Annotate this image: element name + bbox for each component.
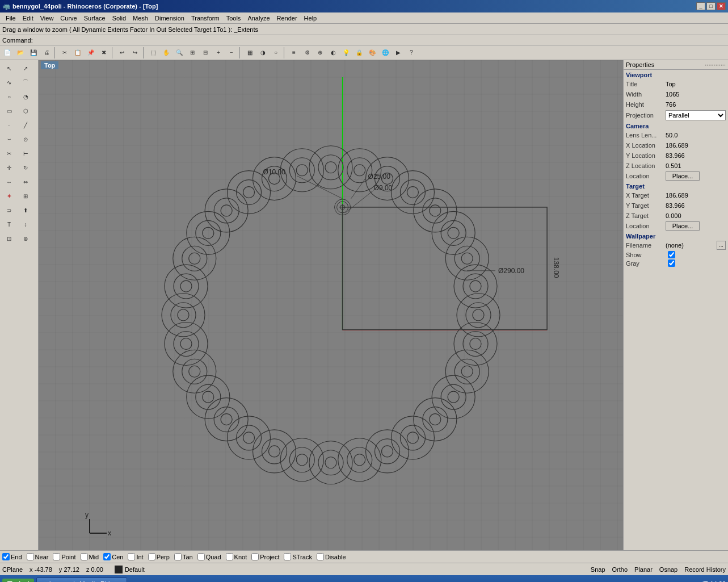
strack-checkbox[interactable] xyxy=(284,553,291,560)
minimize-btn[interactable]: _ xyxy=(696,2,705,10)
menu-transform[interactable]: Transform xyxy=(188,14,223,23)
menu-dimension[interactable]: Dimension xyxy=(152,14,188,23)
menu-tools[interactable]: Tools xyxy=(223,14,245,23)
menu-file[interactable]: File xyxy=(2,14,19,23)
start-button[interactable]: ⊞ start xyxy=(2,579,34,582)
shade-btn[interactable]: ◑ xyxy=(256,47,269,59)
cen-checkbox[interactable] xyxy=(103,553,111,560)
select-tool[interactable]: ↖ xyxy=(1,61,17,75)
rhinoceros-taskbtn[interactable]: 🦏 bennygol_44poli - Rhi... xyxy=(36,577,127,582)
menu-curve[interactable]: Curve xyxy=(57,14,80,23)
filename-browse-btn[interactable]: ... xyxy=(717,241,726,250)
perp-checkbox[interactable] xyxy=(148,553,155,560)
text-tool[interactable]: T xyxy=(1,217,17,231)
tgt-place-btn[interactable]: Place... xyxy=(666,221,700,231)
menu-solid[interactable]: Solid xyxy=(109,14,129,23)
osnap-mode[interactable]: Osnap xyxy=(659,566,677,573)
select2-tool[interactable]: ↗ xyxy=(18,61,33,75)
menu-help[interactable]: Help xyxy=(301,14,321,23)
maximize-btn[interactable]: □ xyxy=(706,2,716,10)
projection-select[interactable]: Parallel Perspective xyxy=(666,110,726,120)
loc-place-btn[interactable]: Place... xyxy=(666,171,700,181)
zoom-window-btn[interactable]: ⊞ xyxy=(186,47,199,59)
point-tool[interactable]: · xyxy=(1,118,17,132)
quad-checkbox[interactable] xyxy=(197,553,205,560)
snap-mode[interactable]: Snap xyxy=(591,566,605,573)
array-tool[interactable]: ✦ xyxy=(1,189,17,203)
paste-btn[interactable]: 📌 xyxy=(85,47,97,59)
delete-btn[interactable]: ✖ xyxy=(98,47,110,59)
circle-tool[interactable]: ○ xyxy=(1,90,17,103)
join-tool[interactable]: ⊃ xyxy=(1,203,17,217)
scale-tool[interactable]: ↔ xyxy=(1,175,17,189)
move-tool[interactable]: ✛ xyxy=(1,161,17,174)
pan-btn[interactable]: ✋ xyxy=(160,47,172,59)
copy-btn[interactable]: 📋 xyxy=(71,47,84,59)
arc-tool[interactable]: ◔ xyxy=(18,90,33,103)
lock-btn[interactable]: 🔒 xyxy=(353,47,365,59)
dim-tool[interactable]: ↕ xyxy=(18,217,33,231)
end-checkbox[interactable] xyxy=(2,553,10,560)
view-tool[interactable]: ⊡ xyxy=(1,232,17,245)
rect-tool[interactable]: ▭ xyxy=(1,104,17,118)
cut-btn[interactable]: ✂ xyxy=(58,47,71,59)
menu-surface[interactable]: Surface xyxy=(81,14,109,23)
poly-tool[interactable]: ⬡ xyxy=(18,104,33,118)
light-btn[interactable]: 💡 xyxy=(340,47,352,59)
disable-checkbox[interactable] xyxy=(317,553,324,560)
show-checkbox[interactable] xyxy=(668,251,675,258)
save-btn[interactable]: 💾 xyxy=(27,47,40,59)
rotate-tool[interactable]: ↻ xyxy=(18,161,33,174)
int-checkbox[interactable] xyxy=(128,553,135,560)
anim-btn[interactable]: ▶ xyxy=(392,47,405,59)
menu-view[interactable]: View xyxy=(37,14,57,23)
menu-mesh[interactable]: Mesh xyxy=(129,14,152,23)
wire-btn[interactable]: ○ xyxy=(270,47,282,59)
print-btn[interactable]: 🖨 xyxy=(40,47,53,59)
open-btn[interactable]: 📂 xyxy=(14,47,27,59)
tan-checkbox[interactable] xyxy=(174,553,182,560)
viewport[interactable]: Top xyxy=(39,60,623,550)
curve2-tool[interactable]: ⌒ xyxy=(18,76,33,89)
menu-render[interactable]: Render xyxy=(273,14,301,23)
record-mode[interactable]: Record History xyxy=(684,566,726,573)
planar-mode[interactable]: Planar xyxy=(634,566,653,573)
select-btn[interactable]: ⬚ xyxy=(147,47,159,59)
undo-btn[interactable]: ↩ xyxy=(116,47,128,59)
group-tool[interactable]: ⊞ xyxy=(18,189,33,203)
snap-btn[interactable]: ⊕ xyxy=(314,47,326,59)
render-btn[interactable]: ◐ xyxy=(327,47,339,59)
help-btn[interactable]: ? xyxy=(405,47,418,59)
curve-tool[interactable]: ∿ xyxy=(1,76,17,89)
gray-checkbox[interactable] xyxy=(668,259,675,267)
offset-tool[interactable]: ⊙ xyxy=(18,132,33,146)
trim-tool[interactable]: ✂ xyxy=(1,146,17,160)
mirror-tool[interactable]: ⇔ xyxy=(18,175,33,189)
zoom-out-btn[interactable]: − xyxy=(225,47,238,59)
zoom-extents-btn[interactable]: ⊟ xyxy=(199,47,212,59)
line-tool[interactable]: ╱ xyxy=(18,118,33,132)
ortho-mode[interactable]: Ortho xyxy=(612,566,628,573)
zoom-btn[interactable]: 🔍 xyxy=(173,47,186,59)
near-checkbox[interactable] xyxy=(27,553,34,560)
menu-analyze[interactable]: Analyze xyxy=(244,14,273,23)
layer-btn[interactable]: ≡ xyxy=(288,47,300,59)
split-tool[interactable]: ⊢ xyxy=(18,146,33,160)
command-input[interactable] xyxy=(33,37,726,44)
menu-edit[interactable]: Edit xyxy=(19,14,37,23)
fillet-tool[interactable]: ⌣ xyxy=(1,132,17,146)
prop-btn[interactable]: ⚙ xyxy=(301,47,313,59)
project-checkbox[interactable] xyxy=(251,553,259,560)
extrude-tool[interactable]: ⬆ xyxy=(18,203,33,217)
redo-btn[interactable]: ↪ xyxy=(129,47,141,59)
close-btn[interactable]: ✕ xyxy=(717,2,726,10)
env-btn[interactable]: 🌐 xyxy=(379,47,392,59)
knot-checkbox[interactable] xyxy=(226,553,233,560)
point-checkbox[interactable] xyxy=(53,553,60,560)
new-btn[interactable]: 📄 xyxy=(1,47,14,59)
snap2-tool[interactable]: ⊛ xyxy=(18,232,33,245)
grid-btn[interactable]: ▦ xyxy=(243,47,256,59)
mid-checkbox[interactable] xyxy=(81,553,88,560)
zoom-in-btn[interactable]: + xyxy=(212,47,225,59)
material-btn[interactable]: 🎨 xyxy=(366,47,378,59)
